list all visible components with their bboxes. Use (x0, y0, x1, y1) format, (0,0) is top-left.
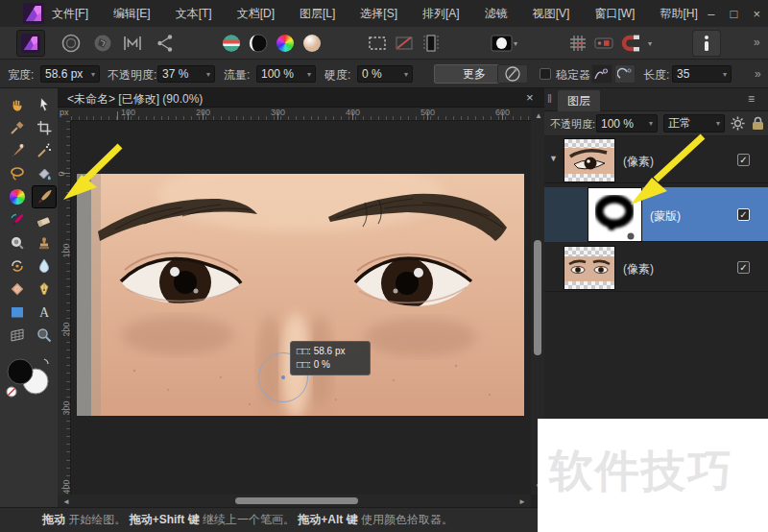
chevron-down-icon[interactable]: ▾ (648, 39, 652, 48)
options-overflow-icon[interactable]: » (755, 67, 761, 81)
tool-color-picker[interactable] (6, 117, 29, 138)
horizontal-scrollbar[interactable]: ◄ ► (58, 495, 531, 507)
auto-white-balance-button[interactable] (299, 31, 325, 56)
layer-row-face[interactable]: (像素) ✓ (544, 245, 768, 292)
layer-thumbnail[interactable] (564, 247, 614, 289)
chevron-down-icon: ▾ (649, 119, 653, 128)
brush-preview-button[interactable] (497, 64, 528, 84)
mask-thumbnail[interactable] (588, 188, 641, 241)
hardness-input[interactable]: 0 %▾ (357, 65, 413, 83)
tool-clone[interactable] (33, 232, 56, 254)
menu-select[interactable]: 选择[S] (360, 6, 397, 22)
tool-gradient[interactable] (6, 186, 29, 207)
lock-icon[interactable] (752, 116, 764, 131)
tool-view[interactable] (6, 94, 29, 115)
panel-menu-icon[interactable]: ≡ (748, 92, 755, 106)
snapping-button[interactable] (617, 31, 644, 56)
tab-close-icon[interactable]: × (526, 90, 534, 105)
scroll-up-icon[interactable]: ▲ (535, 111, 542, 120)
panel-pin-icon[interactable]: ‖ (547, 92, 552, 106)
menu-arrange[interactable]: 排列[A] (422, 6, 460, 22)
minimize-button[interactable]: – (708, 7, 714, 21)
vertical-scroll-thumb[interactable] (534, 240, 541, 355)
export-persona-button[interactable] (152, 31, 179, 56)
tool-blur[interactable] (33, 255, 56, 277)
selection-new-button[interactable] (364, 31, 391, 56)
menu-document[interactable]: 文档[D] (237, 6, 275, 22)
tool-crop[interactable] (33, 117, 56, 138)
tool-erase[interactable] (33, 209, 56, 230)
tool-shape[interactable] (6, 302, 29, 323)
mask-preview-dropdown[interactable]: ▾ (485, 31, 523, 56)
auto-contrast-button[interactable] (245, 31, 272, 56)
tool-selection-brush[interactable] (6, 140, 29, 161)
blend-mode-select[interactable]: 正常▾ (663, 114, 725, 133)
tools-panel: A (0, 88, 58, 507)
layer-thumbnail[interactable] (564, 139, 614, 181)
layer-visibility-checkbox[interactable]: ✓ (737, 154, 750, 166)
layer-visibility-checkbox[interactable]: ✓ (737, 261, 750, 274)
mask-visibility-checkbox[interactable]: ✓ (737, 208, 750, 221)
selection-column-button[interactable] (418, 31, 444, 56)
swap-colors-icon (44, 359, 48, 364)
layers-tab[interactable]: 图层 (558, 90, 600, 111)
layer-row-eye[interactable]: ▼ (像素) ✓ (544, 137, 768, 183)
gear-icon[interactable] (731, 116, 745, 131)
tone-mapping-persona-button[interactable] (119, 31, 146, 56)
width-input[interactable]: 58.6 px▾ (40, 65, 100, 83)
scroll-left-icon[interactable]: ◄ (62, 497, 70, 506)
menu-file[interactable]: 文件[F] (52, 6, 88, 22)
menu-layer[interactable]: 图层[L] (300, 6, 335, 22)
stabilizer-checkbox[interactable] (540, 68, 551, 80)
menu-help[interactable]: 帮助[H] (660, 6, 697, 22)
tool-flood-fill[interactable] (33, 163, 56, 184)
toolbar-overflow-icon[interactable]: » (754, 36, 760, 49)
tool-color-replacement-brush[interactable] (6, 209, 29, 230)
horizontal-scroll-thumb[interactable] (235, 497, 358, 504)
canvas-viewport[interactable]: □□: 58.6 px □□: 0 % (71, 121, 531, 495)
tool-zoom[interactable] (33, 325, 56, 346)
hand-icon (10, 97, 25, 112)
menu-edit[interactable]: 编辑[E] (113, 6, 151, 22)
window-stabilizer-button[interactable] (614, 64, 636, 84)
auto-levels-button[interactable] (218, 31, 245, 56)
tool-pen[interactable] (33, 278, 56, 300)
scroll-right-icon[interactable]: ► (518, 497, 526, 506)
tool-healing[interactable] (6, 278, 29, 300)
rope-stabilizer-button[interactable] (591, 64, 612, 84)
flow-input[interactable]: 100 %▾ (256, 65, 316, 83)
layer-row-mask-selected[interactable]: (蒙版) ✓ (544, 187, 768, 242)
tool-lasso[interactable] (6, 163, 29, 184)
chevron-down-icon: ▾ (716, 119, 720, 128)
photo-persona-button[interactable] (17, 31, 44, 56)
layer-type-label: (像素) (623, 154, 654, 170)
tool-move[interactable] (33, 94, 56, 115)
auto-colors-button[interactable] (272, 31, 299, 56)
liquify-persona-button[interactable] (58, 31, 84, 56)
tool-mesh-warp[interactable] (6, 325, 29, 346)
menu-window[interactable]: 窗口[W] (594, 6, 635, 22)
document-tab[interactable]: <未命名> [已修改] (90.0%) (67, 91, 203, 108)
color-swatches[interactable] (4, 355, 54, 398)
assistant-options-button[interactable] (590, 31, 617, 56)
close-button[interactable]: × (753, 7, 760, 21)
assistant-info-button[interactable] (693, 31, 720, 56)
tool-text[interactable]: A (33, 302, 56, 323)
opacity-input[interactable]: 37 %▾ (157, 65, 215, 83)
tool-paint-brush[interactable] (33, 186, 56, 207)
develop-persona-button[interactable] (89, 31, 116, 56)
maximize-button[interactable]: □ (731, 7, 738, 21)
length-input[interactable]: 35▾ (672, 65, 732, 83)
grid-options-button[interactable] (564, 31, 591, 56)
tool-sponge[interactable] (6, 255, 29, 277)
expand-icon[interactable]: ▼ (549, 154, 558, 163)
menu-filters[interactable]: 滤镜 (485, 6, 508, 22)
brush-tooltip-width: □□: 58.6 px (297, 345, 364, 358)
layer-opacity-input[interactable]: 100 %▾ (596, 114, 658, 133)
selection-subtract-button[interactable] (391, 31, 418, 56)
tool-dodge[interactable] (6, 232, 29, 254)
menu-text[interactable]: 文本[T] (176, 6, 212, 22)
menu-view[interactable]: 视图[V] (533, 6, 570, 22)
tool-flood-select[interactable] (33, 140, 56, 161)
document-tab-bar: <未命名> [已修改] (90.0%) × (58, 88, 544, 108)
